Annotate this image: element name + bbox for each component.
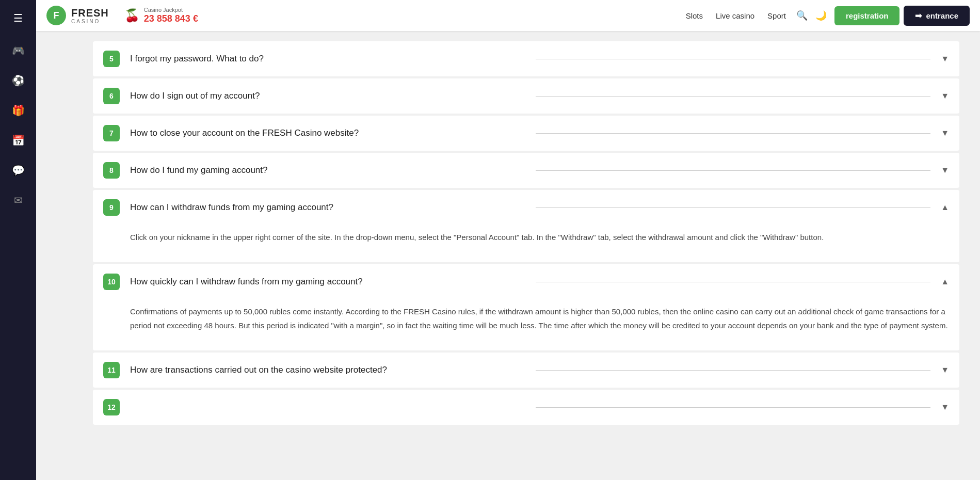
faq-header-12[interactable]: 12 bbox=[93, 390, 959, 425]
faq-body-text-10: Confirmations of payments up to 50,000 r… bbox=[130, 305, 949, 332]
sidebar: ☰ 🎮 ⚽ 🎁 📅 💬 ✉ bbox=[0, 0, 36, 480]
faq-item-10: 10 How quickly can I withdraw funds from… bbox=[93, 264, 959, 350]
logo-fresh: FRESH bbox=[71, 7, 109, 19]
nav-slots[interactable]: Slots bbox=[686, 11, 703, 20]
jackpot-text: Casino Jackpot 23 858 843 € bbox=[144, 7, 198, 25]
nav-links: Slots Live casino Sport bbox=[686, 11, 786, 20]
faq-item-12: 12 bbox=[93, 390, 959, 425]
sidebar-item-games[interactable]: 🎮 bbox=[5, 38, 31, 63]
faq-item-7: 7 How to close your account on the FRESH… bbox=[93, 116, 959, 151]
faq-number-9: 9 bbox=[103, 199, 120, 216]
faq-line-8 bbox=[536, 170, 931, 171]
faq-body-9: Click on your nickname in the upper righ… bbox=[93, 225, 959, 262]
jackpot-label: Casino Jackpot bbox=[144, 7, 198, 13]
logo-casino: CASINO bbox=[71, 19, 109, 24]
faq-item-6: 6 How do I sign out of my account? bbox=[93, 78, 959, 114]
faq-line-12 bbox=[536, 407, 931, 408]
faq-chevron-11 bbox=[941, 365, 949, 375]
main-content: 5 I forgot my password. What to do? 6 Ho… bbox=[72, 31, 980, 480]
sidebar-item-bonuses[interactable]: 🎁 bbox=[5, 98, 31, 123]
faq-question-6: How do I sign out of my account? bbox=[130, 91, 525, 101]
faq-chevron-7 bbox=[941, 129, 949, 138]
logo-area: F FRESH CASINO bbox=[46, 6, 109, 25]
nav-live-casino[interactable]: Live casino bbox=[716, 11, 754, 20]
faq-line-9 bbox=[536, 207, 931, 208]
hamburger-menu[interactable]: ☰ bbox=[9, 8, 27, 28]
nav-sport[interactable]: Sport bbox=[767, 11, 786, 20]
faq-number-6: 6 bbox=[103, 88, 120, 104]
faq-chevron-9 bbox=[941, 203, 949, 212]
faq-body-text-9: Click on your nickname in the upper righ… bbox=[130, 230, 949, 244]
faq-chevron-6 bbox=[941, 91, 949, 101]
logo-badge: F bbox=[46, 6, 66, 25]
sidebar-item-sports[interactable]: ⚽ bbox=[5, 68, 31, 93]
faq-header-9[interactable]: 9 How can I withdraw funds from my gamin… bbox=[93, 190, 959, 225]
header-icons: 🔍 🌙 bbox=[796, 10, 827, 21]
entrance-label: entrance bbox=[926, 11, 958, 20]
faq-header-7[interactable]: 7 How to close your account on the FRESH… bbox=[93, 116, 959, 151]
faq-line-11 bbox=[536, 370, 931, 371]
faq-line-5 bbox=[536, 59, 931, 59]
faq-item-8: 8 How do I fund my gaming account? bbox=[93, 153, 959, 188]
faq-question-7: How to close your account on the FRESH C… bbox=[130, 128, 525, 138]
night-mode-icon[interactable]: 🌙 bbox=[815, 10, 827, 21]
faq-line-10 bbox=[536, 282, 931, 282]
faq-chevron-12 bbox=[941, 403, 949, 412]
jackpot-amount: 23 858 843 € bbox=[144, 13, 198, 25]
faq-question-11: How are transactions carried out on the … bbox=[130, 365, 525, 375]
faq-item-9: 9 How can I withdraw funds from my gamin… bbox=[93, 190, 959, 262]
logo-text: FRESH CASINO bbox=[71, 7, 109, 24]
faq-question-10: How quickly can I withdraw funds from my… bbox=[130, 277, 525, 287]
faq-number-12: 12 bbox=[103, 399, 120, 415]
faq-question-5: I forgot my password. What to do? bbox=[130, 54, 525, 64]
faq-header-10[interactable]: 10 How quickly can I withdraw funds from… bbox=[93, 264, 959, 299]
sidebar-item-messages[interactable]: ✉ bbox=[5, 187, 31, 213]
sidebar-item-calendar[interactable]: 📅 bbox=[5, 127, 31, 153]
faq-chevron-10 bbox=[941, 277, 949, 286]
faq-header-11[interactable]: 11 How are transactions carried out on t… bbox=[93, 353, 959, 388]
faq-item-5: 5 I forgot my password. What to do? bbox=[93, 41, 959, 76]
registration-button[interactable]: registration bbox=[834, 6, 900, 25]
faq-number-8: 8 bbox=[103, 162, 120, 179]
entrance-arrow-icon: ➡ bbox=[915, 11, 922, 21]
jackpot-area: 🍒 Casino Jackpot 23 858 843 € bbox=[124, 7, 198, 25]
search-icon[interactable]: 🔍 bbox=[796, 10, 808, 21]
faq-header-5[interactable]: 5 I forgot my password. What to do? bbox=[93, 41, 959, 76]
faq-number-7: 7 bbox=[103, 125, 120, 141]
faq-header-8[interactable]: 8 How do I fund my gaming account? bbox=[93, 153, 959, 188]
faq-number-5: 5 bbox=[103, 51, 120, 67]
faq-chevron-8 bbox=[941, 166, 949, 175]
entrance-button[interactable]: ➡ entrance bbox=[904, 6, 970, 26]
header: F FRESH CASINO 🍒 Casino Jackpot 23 858 8… bbox=[36, 0, 980, 31]
faq-line-7 bbox=[536, 133, 931, 134]
faq-header-6[interactable]: 6 How do I sign out of my account? bbox=[93, 78, 959, 114]
faq-line-6 bbox=[536, 96, 931, 97]
faq-question-8: How do I fund my gaming account? bbox=[130, 165, 525, 175]
faq-chevron-5 bbox=[941, 54, 949, 63]
faq-body-10: Confirmations of payments up to 50,000 r… bbox=[93, 299, 959, 350]
faq-question-9: How can I withdraw funds from my gaming … bbox=[130, 202, 525, 213]
faq-number-10: 10 bbox=[103, 274, 120, 290]
faq-number-11: 11 bbox=[103, 362, 120, 378]
sidebar-item-support[interactable]: 💬 bbox=[5, 157, 31, 183]
cherry-icon: 🍒 bbox=[124, 8, 140, 23]
faq-item-11: 11 How are transactions carried out on t… bbox=[93, 353, 959, 388]
